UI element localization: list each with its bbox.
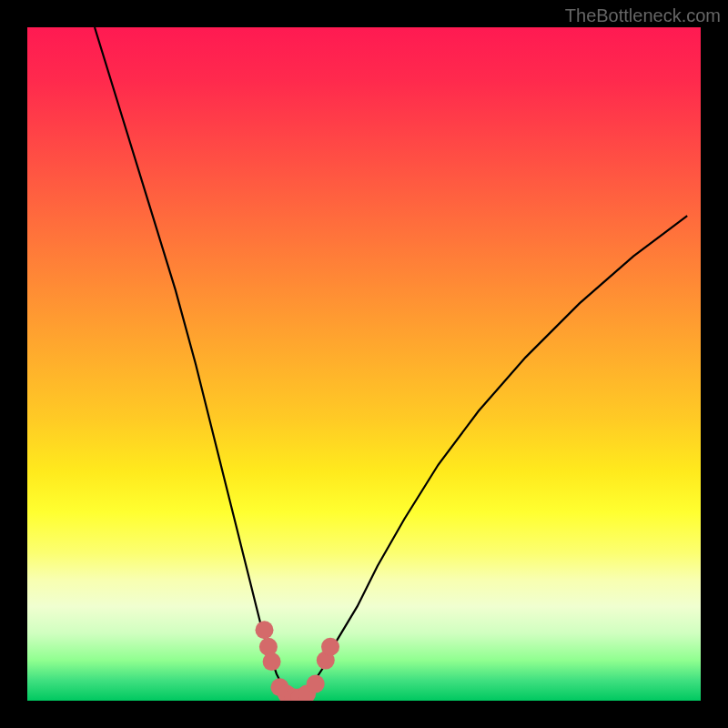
curve-right-curve [303,216,687,701]
curve-lines [95,27,687,701]
data-point [284,688,302,701]
data-point [317,652,335,670]
chart-svg [27,27,701,701]
data-point [298,685,316,701]
data-point [291,688,309,701]
watermark-label: TheBottleneck.com [565,5,721,26]
data-point [271,678,289,696]
data-markers [256,621,340,701]
data-point [278,685,296,701]
plot-area [27,27,701,701]
data-point [259,638,278,656]
data-point [321,638,339,656]
data-point [263,652,281,671]
data-point [256,621,274,639]
chart-container: TheBottleneck.com [0,0,728,728]
curve-left-curve [95,27,290,701]
data-point [307,675,325,693]
